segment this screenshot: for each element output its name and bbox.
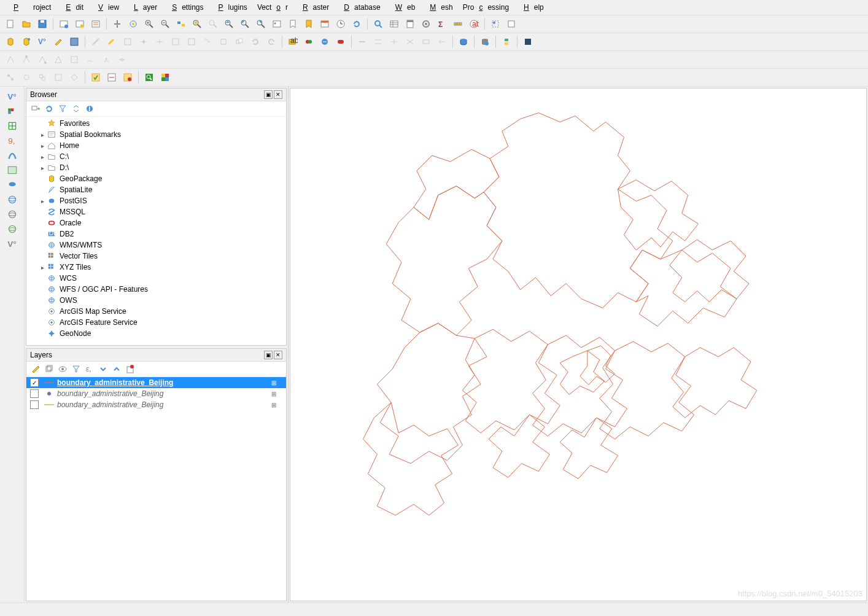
expand-icon[interactable]: ▸ xyxy=(39,142,46,149)
save-project-button[interactable] xyxy=(35,17,50,31)
browser-item-oracle[interactable]: Oracle xyxy=(28,217,285,228)
add-mesh-button[interactable] xyxy=(5,120,20,132)
vec-1[interactable] xyxy=(3,70,18,85)
filter-3[interactable] xyxy=(120,70,135,85)
temporal-button[interactable] xyxy=(317,17,332,31)
toggle-editing-button[interactable] xyxy=(19,34,34,49)
new-temp-button[interactable]: V° xyxy=(5,238,20,250)
browser-item-ows[interactable]: OWS xyxy=(28,295,285,306)
browser-item-vector-tiles[interactable]: Vector Tiles xyxy=(28,251,285,262)
menu-settings[interactable]: Settings xyxy=(162,1,208,14)
browser-close-button[interactable]: ✕ xyxy=(274,90,282,99)
layers-style-button[interactable] xyxy=(30,364,41,375)
menu-raster[interactable]: Raster xyxy=(293,1,334,14)
collapse-browser-button[interactable] xyxy=(71,103,82,114)
refresh-button[interactable] xyxy=(349,17,364,31)
label-button[interactable]: abc xyxy=(285,34,300,49)
menu-project[interactable]: Project xyxy=(4,1,56,14)
zoom-selection-button[interactable] xyxy=(206,17,220,31)
filter-2[interactable] xyxy=(104,70,119,85)
layers-filter-button[interactable] xyxy=(71,364,82,375)
digi-6[interactable] xyxy=(168,34,183,49)
current-edits-button[interactable] xyxy=(3,34,18,49)
layers-expand-button[interactable] xyxy=(98,364,109,375)
style-manager-button[interactable] xyxy=(88,17,103,31)
snap-4[interactable] xyxy=(51,52,66,67)
zoom-out-button[interactable] xyxy=(158,17,172,31)
add-postgis-button[interactable] xyxy=(5,179,20,191)
snap-6[interactable] xyxy=(83,52,98,67)
digi-12[interactable] xyxy=(264,34,279,49)
plugin-b2[interactable] xyxy=(317,34,332,49)
snap-1[interactable] xyxy=(3,52,18,67)
browser-tree[interactable]: Favorites▸Spatial Bookmarks▸Home▸C:\▸D:\… xyxy=(26,117,286,345)
open-project-button[interactable] xyxy=(19,17,34,31)
add-spatialite-button[interactable] xyxy=(5,149,20,162)
map-canvas[interactable]: https://blog.csdn.net/m0_54015203 xyxy=(290,88,867,601)
browser-item-xyz-tiles[interactable]: ▸XYZ Tiles xyxy=(28,262,285,273)
adv-4[interactable] xyxy=(403,34,417,49)
menu-database[interactable]: Database xyxy=(334,1,385,14)
browser-item-wcs[interactable]: WCS xyxy=(28,273,285,284)
save-edits-button[interactable] xyxy=(67,34,82,49)
adv-2[interactable] xyxy=(371,34,386,49)
vec-3[interactable] xyxy=(35,70,50,85)
browser-item-mssql[interactable]: MSSQL xyxy=(28,206,285,217)
open-attribute-table-button[interactable] xyxy=(387,17,401,31)
layer-row[interactable]: boundary_administrative_Beijing⊞ xyxy=(26,399,286,410)
plugin-b1[interactable] xyxy=(301,34,316,49)
snap-7[interactable] xyxy=(99,52,114,67)
menu-processing[interactable]: Processing xyxy=(458,1,514,14)
statistics-button[interactable]: Σ xyxy=(435,17,449,31)
show-layout-manager-button[interactable] xyxy=(72,17,87,31)
snap-5[interactable] xyxy=(67,52,82,67)
python-console-button[interactable] xyxy=(499,34,514,49)
browser-item-d-[interactable]: ▸D:\ xyxy=(28,162,285,173)
browser-item-spatialite[interactable]: SpatiaLite xyxy=(28,184,285,195)
search-plugin-button[interactable] xyxy=(142,70,157,85)
expand-icon[interactable]: ▸ xyxy=(39,131,46,138)
field-calc-button[interactable] xyxy=(403,17,417,31)
menu-help[interactable]: Help xyxy=(514,1,549,14)
no-action-button[interactable] xyxy=(504,17,519,31)
browser-item-wfs-ogc-api-features[interactable]: WFS / OGC API - Features xyxy=(28,284,285,295)
browser-item-postgis[interactable]: ▸PostGIS xyxy=(28,195,285,206)
add-wms-button[interactable] xyxy=(5,193,20,206)
layers-remove-button[interactable] xyxy=(125,364,136,375)
layers-float-button[interactable]: ▣ xyxy=(264,351,273,359)
browser-item-favorites[interactable]: Favorites xyxy=(28,118,285,129)
add-selected-button[interactable] xyxy=(30,103,41,114)
menu-layer[interactable]: Layer xyxy=(124,1,162,14)
temporal-controller-button[interactable] xyxy=(333,17,348,31)
layer-checkbox[interactable] xyxy=(30,400,39,409)
expand-icon[interactable]: ▸ xyxy=(39,264,46,271)
zoom-in-button[interactable] xyxy=(142,17,157,31)
add-delimited-button[interactable]: 9, xyxy=(5,135,20,147)
zoom-native-button[interactable] xyxy=(174,17,188,31)
menu-plugins[interactable]: Plugins xyxy=(209,1,252,14)
layer-row[interactable]: ✓boundary_administrative_Beijing⊞ xyxy=(26,377,286,388)
processing-toolbox-button[interactable] xyxy=(419,17,433,31)
browser-item-spatial-bookmarks[interactable]: ▸Spatial Bookmarks xyxy=(28,129,285,140)
menu-mesh[interactable]: Mesh xyxy=(420,1,457,14)
menu-web[interactable]: Web xyxy=(386,1,420,14)
digi-7[interactable] xyxy=(184,34,199,49)
add-feature-button[interactable] xyxy=(51,34,66,49)
browser-item-arcgis-feature-service[interactable]: ArcGIS Feature Service xyxy=(28,317,285,328)
browser-float-button[interactable]: ▣ xyxy=(264,90,273,99)
browser-item-arcgis-map-service[interactable]: ArcGIS Map Service xyxy=(28,306,285,317)
layers-add-group-button[interactable] xyxy=(44,364,55,375)
layers-collapse-button[interactable] xyxy=(111,364,122,375)
db-manager-button[interactable] xyxy=(456,34,471,49)
add-vector-layer-button[interactable]: V° xyxy=(5,90,20,103)
new-bookmark-button[interactable] xyxy=(285,17,300,31)
expand-icon[interactable]: ▸ xyxy=(39,165,46,171)
new-print-layout-button[interactable] xyxy=(56,17,71,31)
expand-icon[interactable]: ▸ xyxy=(39,154,46,160)
digi-1[interactable] xyxy=(88,34,103,49)
add-wfs-button[interactable] xyxy=(5,223,20,235)
browser-item-geonode[interactable]: GeoNode xyxy=(28,328,285,339)
adv-3[interactable] xyxy=(387,34,401,49)
zoom-full-button[interactable] xyxy=(190,17,204,31)
datasource-button[interactable] xyxy=(478,34,492,49)
